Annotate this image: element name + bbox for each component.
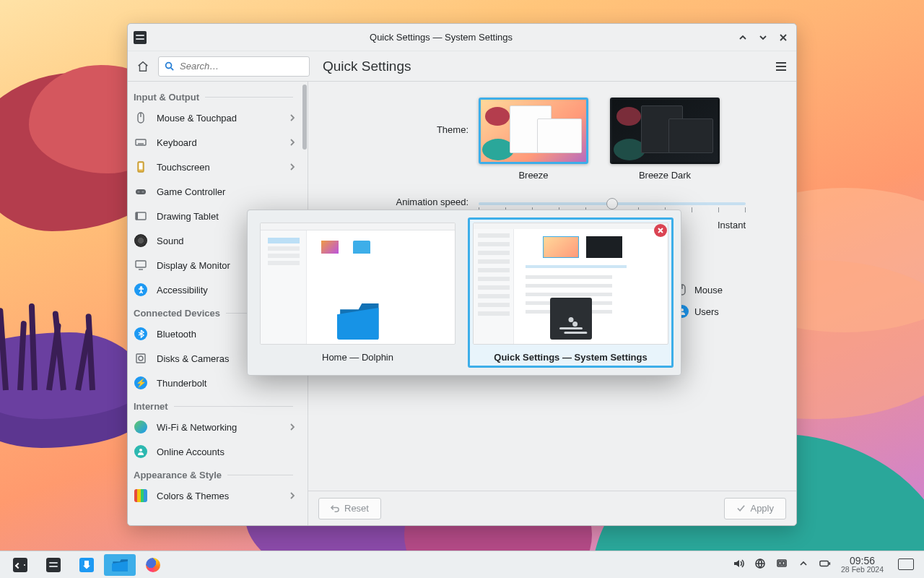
sidebar-item-label: Disks & Cameras [157, 353, 229, 364]
quick-link-users[interactable]: Users [676, 305, 777, 318]
svg-rect-30 [779, 561, 781, 565]
sidebar-item-colors-themes[interactable]: Colors & Themes [128, 483, 302, 508]
firefox-icon [145, 557, 161, 573]
sidebar-item-label: Display & Monitor [157, 260, 230, 271]
system-tray: 09:56 28 Feb 2024 [733, 556, 920, 574]
discover-icon [79, 557, 95, 573]
touchscreen-icon [134, 160, 148, 174]
svg-rect-16 [136, 261, 146, 267]
colors-icon [134, 488, 148, 503]
chevron-right-icon [289, 162, 296, 173]
sidebar-item-label: Touchscreen [157, 162, 210, 173]
apply-button[interactable]: Apply [724, 498, 786, 519]
sidebar-item-label: Bluetooth [157, 329, 196, 340]
switcher-item-dolphin[interactable]: Home — Dolphin [255, 217, 461, 368]
wifi-icon [134, 420, 148, 434]
clock[interactable]: 09:56 28 Feb 2024 [841, 556, 884, 574]
keyboard-icon [134, 135, 148, 150]
chevron-right-icon [289, 113, 296, 124]
svg-rect-15 [136, 212, 138, 220]
search-field[interactable] [178, 60, 303, 72]
dolphin-icon [112, 557, 128, 573]
sidebar-item-game-controller[interactable]: Game Controller [128, 179, 302, 204]
theme-label: Theme: [327, 98, 479, 135]
sound-icon [134, 233, 148, 248]
mouse-icon [134, 111, 148, 125]
clock-date: 28 Feb 2024 [841, 566, 884, 574]
check-icon [736, 504, 746, 513]
taskbar-discover[interactable] [71, 554, 103, 576]
sidebar-item-label: Drawing Tablet [157, 211, 219, 222]
search-input[interactable] [158, 56, 310, 77]
link-label: Mouse [694, 285, 723, 296]
switcher-label: Home — Dolphin [322, 352, 393, 363]
theme-option-breeze[interactable]: Breeze [479, 98, 588, 181]
sidebar-group-header: Appearance & Style [128, 464, 302, 483]
sidebar-item-label: Accessibility [157, 285, 208, 296]
svg-rect-19 [136, 354, 145, 363]
show-desktop-button[interactable] [898, 558, 914, 570]
switcher-label: Quick Settings — System Settings [494, 352, 647, 363]
theme-thumbnail [610, 98, 720, 164]
battery-icon[interactable] [819, 558, 831, 571]
switcher-close-button[interactable] [654, 224, 667, 237]
sidebar-item-label: Thunderbolt [157, 378, 206, 389]
footer: Reset Apply [308, 491, 796, 525]
taskbar-firefox[interactable] [137, 554, 169, 576]
svg-point-20 [139, 356, 143, 361]
disks-icon [134, 351, 148, 366]
svg-point-12 [138, 191, 139, 192]
apply-label: Apply [750, 503, 774, 514]
settings-icon [134, 31, 147, 44]
chevron-right-icon [289, 491, 296, 501]
speed-max-label: Instant [718, 220, 746, 230]
gamepad-icon [134, 184, 148, 199]
sidebar-item-keyboard[interactable]: Keyboard [128, 130, 302, 155]
globe-icon[interactable] [754, 558, 766, 571]
thunderbolt-icon: ⚡ [134, 376, 148, 390]
home-button[interactable] [134, 56, 152, 77]
sidebar-item-wi-fi-networking[interactable]: Wi-Fi & Networking [128, 415, 302, 439]
task-switcher[interactable]: Home — Dolphin Quick Settings — System S… [247, 210, 681, 376]
svg-rect-31 [783, 561, 785, 565]
sidebar-item-mouse-touchpad[interactable]: Mouse & Touchpad [128, 105, 302, 130]
svg-rect-32 [820, 561, 829, 566]
minimize-button[interactable] [736, 30, 750, 45]
sidebar-group-header: Input & Output [128, 86, 302, 105]
taskbar-dolphin[interactable] [104, 554, 136, 576]
close-button[interactable] [776, 30, 790, 45]
audio-volume-icon[interactable] [733, 558, 744, 571]
undo-icon [331, 504, 340, 513]
maximize-button[interactable] [756, 30, 770, 45]
taskbar-app-launcher[interactable] [4, 554, 36, 576]
svg-rect-33 [829, 562, 830, 565]
tray-chevron-icon[interactable] [798, 558, 809, 571]
sidebar-item-label: Sound [157, 236, 184, 246]
theme-thumbnail [479, 98, 588, 164]
switcher-item-settings[interactable]: Quick Settings — System Settings [468, 217, 674, 368]
sidebar-item-label: Keyboard [157, 137, 197, 148]
sidebar-item-label: Wi-Fi & Networking [157, 422, 237, 433]
switcher-thumbnail [260, 223, 456, 345]
titlebar[interactable]: Quick Settings — System Settings [128, 24, 796, 51]
sidebar-item-touchscreen[interactable]: Touchscreen [128, 155, 302, 179]
svg-point-0 [166, 63, 172, 69]
svg-rect-3 [136, 139, 146, 145]
reset-button[interactable]: Reset [318, 498, 381, 519]
theme-option-breeze-dark[interactable]: Breeze Dark [610, 98, 720, 181]
svg-point-21 [139, 449, 142, 452]
sidebar-item-label: Mouse & Touchpad [157, 113, 237, 124]
sidebar-item-online-accounts[interactable]: Online Accounts [128, 439, 302, 464]
reset-label: Reset [344, 503, 369, 514]
speed-label: Animation speed: [327, 197, 479, 207]
link-label: Users [694, 306, 719, 317]
network-icon[interactable] [776, 558, 788, 571]
tablet-icon [134, 209, 148, 223]
quick-link-mouse[interactable]: Mouse [676, 283, 777, 296]
sidebar-item-label: Colors & Themes [157, 491, 229, 501]
taskbar-panel[interactable]: 09:56 28 Feb 2024 [0, 551, 924, 578]
sidebar-item-label: Game Controller [157, 186, 225, 197]
svg-rect-10 [139, 163, 143, 170]
taskbar-system-settings[interactable] [38, 554, 69, 576]
app-launcher-icon [12, 557, 28, 573]
